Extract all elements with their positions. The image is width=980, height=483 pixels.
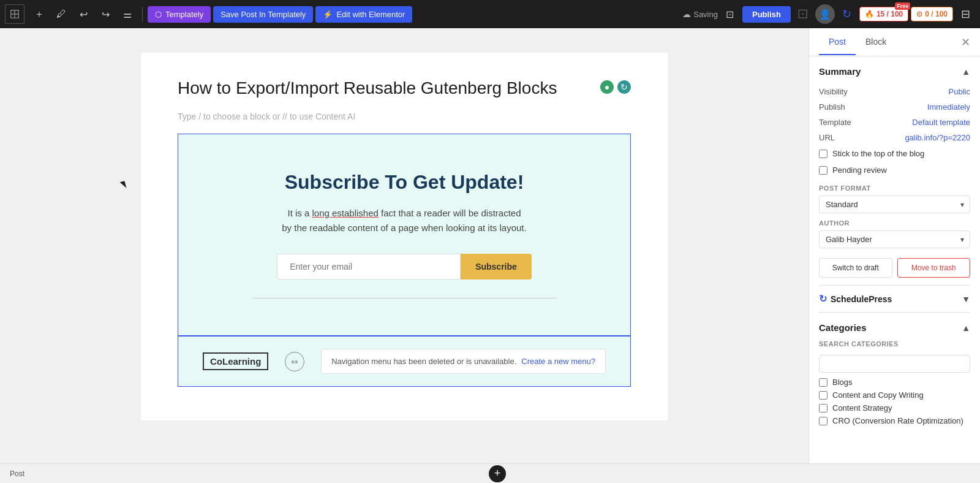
publish-label: Publish [819, 102, 845, 112]
yoast-button[interactable]: ⚀ [793, 4, 813, 24]
list-item: Blogs [819, 378, 970, 387]
post-format-select-wrapper: Standard Aside Chat Gallery Link Image Q… [819, 196, 970, 213]
tools-button[interactable]: 🖊 [51, 4, 71, 24]
summary-toggle[interactable]: ▲ [962, 67, 970, 77]
layout-button[interactable]: ⊟ [956, 4, 975, 24]
stick-to-top-label: Stick to the top of the blog [832, 149, 924, 158]
templately-icon: ⬡ [155, 10, 162, 19]
sidebar-tabs: Post Block [819, 29, 896, 55]
author-select[interactable]: Galib Hayder [819, 230, 970, 248]
search-categories-label: SEARCH CATEGORIES [819, 340, 970, 348]
cro-checkbox[interactable] [819, 417, 827, 425]
publish-button[interactable]: Publish [742, 6, 791, 23]
editor-area: How to Export/Import Reusable Gutenberg … [0, 28, 809, 463]
add-block-bottom-button[interactable]: + [489, 465, 506, 482]
schedulepress-label: SchedulePress [831, 294, 892, 304]
user-avatar-button[interactable]: 👤 [815, 4, 835, 24]
category-list: Blogs Content and Copy Writing Content S… [819, 378, 970, 425]
email-input[interactable] [277, 254, 461, 280]
schedulepress-icon: ↻ [819, 293, 827, 305]
template-row: Template Default template [819, 115, 970, 130]
sidebar: Post Block ✕ Summary ▲ Visibility Public… [809, 28, 980, 463]
subscribe-form: Subscribe [203, 254, 606, 280]
colearning-logo[interactable]: CoLearning [203, 352, 268, 370]
create-menu-link[interactable]: Create a new menu? [521, 357, 595, 366]
post-format-label: POST FORMAT [819, 184, 970, 192]
add-block-button[interactable]: ＋ [29, 4, 49, 24]
visibility-value[interactable]: Public [949, 87, 970, 96]
desc-pre: It is a [287, 208, 312, 218]
elementor-icon: ⚡ [323, 10, 333, 19]
post-title[interactable]: How to Export/Import Reusable Gutenberg … [178, 77, 631, 99]
categories-section-header: Categories ▲ [819, 322, 970, 333]
schedulepress-title: ↻ SchedulePress [819, 293, 892, 305]
sidebar-close-button[interactable]: ✕ [961, 36, 970, 49]
nav-notice-text: Navigation menu has been deleted or is u… [331, 357, 516, 366]
action-buttons: Switch to draft Move to trash [819, 258, 970, 278]
categories-title: Categories [819, 322, 867, 333]
schedulepress-toggle[interactable]: ▼ [962, 294, 970, 304]
editor-content: How to Export/Import Reusable Gutenberg … [141, 53, 668, 420]
free-tag: Free [895, 2, 910, 10]
schedulepress-section: ↻ SchedulePress ▼ [819, 285, 970, 305]
seo-score-badge[interactable]: ⊙ 0 / 100 [911, 7, 953, 21]
sidebar-content: Summary ▲ Visibility Public Publish Imme… [809, 56, 980, 463]
circle-icon: ⊙ [916, 10, 922, 18]
block-placeholder[interactable]: Type / to choose a block or // to use Co… [178, 112, 631, 121]
author-group: AUTHOR Galib Hayder [819, 219, 970, 248]
bottom-bar: Post + [0, 463, 980, 483]
categories-section: Categories ▲ SEARCH CATEGORIES Blogs Con… [819, 312, 970, 425]
publish-value[interactable]: Immediately [927, 102, 970, 112]
subscribe-button[interactable]: Subscribe [461, 254, 532, 280]
category-search-input[interactable] [819, 355, 970, 373]
cursor [121, 181, 130, 191]
grammar-icon[interactable]: ● [600, 80, 614, 94]
schedule-icon-button[interactable]: ↻ [837, 4, 857, 24]
tab-block[interactable]: Block [856, 29, 896, 55]
undo-button[interactable]: ↩ [74, 4, 93, 24]
subscribe-description: It is a long established fact that a rea… [203, 206, 606, 235]
readability-score-badge[interactable]: 🔥 15 / 100 Free [859, 7, 908, 21]
elementor-button[interactable]: ⚡ Edit with Elementor [315, 6, 412, 23]
template-label: Template [819, 118, 851, 127]
ai-icon[interactable]: ↻ [617, 80, 631, 94]
url-label: URL [819, 133, 835, 142]
author-label: AUTHOR [819, 219, 970, 227]
more-tools-button[interactable]: ⚌ [118, 4, 137, 24]
post-format-select[interactable]: Standard Aside Chat Gallery Link Image Q… [819, 196, 970, 213]
toolbar: ＋ 🖊 ↩ ↪ ⚌ ⬡ Templately Save Post In Temp… [0, 0, 980, 28]
redo-button[interactable]: ↪ [96, 4, 115, 24]
save-post-label: Save Post In Templately [221, 10, 306, 19]
author-select-wrapper: Galib Hayder [819, 230, 970, 248]
nav-arrow[interactable]: ⇔ [285, 352, 304, 371]
fire-icon: 🔥 [865, 10, 874, 18]
title-icons: ● ↻ [600, 80, 631, 94]
publish-row: Publish Immediately [819, 99, 970, 115]
post-format-group: POST FORMAT Standard Aside Chat Gallery … [819, 184, 970, 213]
wp-logo[interactable] [5, 4, 24, 24]
categories-toggle[interactable]: ▲ [962, 323, 970, 333]
template-value[interactable]: Default template [912, 118, 970, 127]
content-copy-checkbox[interactable] [819, 391, 827, 400]
blogs-checkbox[interactable] [819, 378, 827, 387]
nav-notice: Navigation menu has been deleted or is u… [321, 349, 606, 374]
stick-to-top-checkbox[interactable] [819, 150, 827, 158]
view-button[interactable]: ⊡ [720, 4, 740, 24]
subscribe-block: Subscribe To Get Update! It is a long es… [178, 134, 631, 336]
save-post-templately-button[interactable]: Save Post In Templately [213, 6, 313, 23]
move-trash-button[interactable]: Move to trash [897, 258, 971, 278]
url-value[interactable]: galib.info/?p=2220 [905, 133, 970, 142]
saving-indicator: ☁ Saving [682, 9, 718, 19]
desc-link[interactable]: long established [312, 208, 378, 218]
pending-review-checkbox[interactable] [819, 166, 827, 175]
content-strategy-checkbox[interactable] [819, 404, 827, 413]
switch-draft-button[interactable]: Switch to draft [819, 258, 892, 278]
list-item: CRO (Conversion Rate Optimization) [819, 416, 970, 425]
templately-button[interactable]: ⬡ Templately [148, 6, 211, 23]
tab-post[interactable]: Post [819, 29, 856, 55]
divider-1 [142, 7, 143, 21]
elementor-label: Edit with Elementor [336, 10, 405, 19]
subscribe-title: Subscribe To Get Update! [203, 171, 606, 194]
stick-to-top-row: Stick to the top of the blog [819, 145, 970, 162]
content-copy-label: Content and Copy Writing [832, 390, 924, 400]
